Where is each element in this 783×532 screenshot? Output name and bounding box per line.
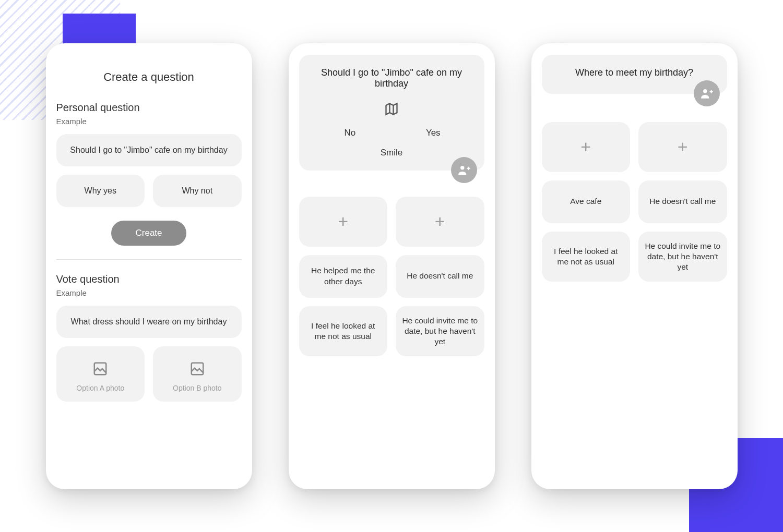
question-text: Where to meet my birthday? <box>551 67 718 78</box>
add-card-b[interactable]: + <box>396 197 484 247</box>
personal-example-question[interactable]: Should I go to "Jimbo" cafe on my birthd… <box>56 134 242 166</box>
vote-example-question[interactable]: What dress should I weare on my birthday <box>56 306 242 338</box>
argument-card[interactable]: He doesn't call me <box>638 180 727 223</box>
question-header-panel: Should I go to "Jimbo" cafe on my birthd… <box>299 55 484 171</box>
argument-card[interactable]: I feel he looked at me not as usual <box>542 232 631 282</box>
image-icon <box>92 361 108 377</box>
person-add-button[interactable] <box>451 157 477 183</box>
section-vote-sub: Example <box>56 288 242 297</box>
vote-photo-b[interactable]: Option B photo <box>153 346 242 402</box>
image-icon <box>189 361 205 377</box>
plus-icon: + <box>435 210 445 233</box>
section-vote-heading: Vote question <box>56 273 242 285</box>
plus-icon: + <box>580 135 591 158</box>
personal-option-why-not[interactable]: Why not <box>153 175 242 207</box>
phone-question-birthday: Where to meet my birthday? + <box>531 43 738 489</box>
create-button[interactable]: Create <box>111 221 186 246</box>
page-title: Create a question <box>56 70 242 84</box>
section-personal-sub: Example <box>56 117 242 126</box>
vote-yes[interactable]: Yes <box>392 128 475 138</box>
svg-point-2 <box>460 165 464 169</box>
person-add-icon <box>457 163 471 177</box>
section-personal-heading: Personal question <box>56 102 242 114</box>
argument-card[interactable]: He helped me the other days <box>299 255 388 298</box>
vote-photo-a-label: Option A photo <box>76 384 124 392</box>
question-text: Should I go to "Jimbo" cafe on my birthd… <box>309 67 475 89</box>
person-add-button[interactable] <box>694 80 720 106</box>
map-icon[interactable] <box>384 102 399 116</box>
phone-create-question: Create a question Personal question Exam… <box>46 43 252 489</box>
argument-card[interactable]: Ave cafe <box>542 180 631 223</box>
person-add-icon <box>700 87 714 100</box>
vote-no[interactable]: No <box>309 128 392 138</box>
svg-point-3 <box>703 89 707 92</box>
vote-smile[interactable]: Smile <box>309 148 475 158</box>
plus-icon: + <box>678 135 688 158</box>
argument-card[interactable]: He could invite me to date, but he haven… <box>638 232 727 282</box>
add-card-a[interactable]: + <box>299 197 388 247</box>
argument-card[interactable]: He doesn't call me <box>396 255 484 298</box>
phone-row: Create a question Personal question Exam… <box>15 22 769 510</box>
add-card-b[interactable]: + <box>638 122 727 172</box>
argument-card[interactable]: He could invite me to date, but he haven… <box>396 306 484 356</box>
section-divider <box>56 259 242 260</box>
personal-option-why-yes[interactable]: Why yes <box>56 175 145 207</box>
argument-card[interactable]: I feel he looked at me not as usual <box>299 306 388 356</box>
question-header-panel: Where to meet my birthday? <box>542 55 727 94</box>
plus-icon: + <box>338 210 348 233</box>
vote-photo-b-label: Option B photo <box>173 384 221 392</box>
phone-question-jimbo: Should I go to "Jimbo" cafe on my birthd… <box>289 43 495 489</box>
vote-photo-a[interactable]: Option A photo <box>56 346 145 402</box>
add-card-a[interactable]: + <box>542 122 631 172</box>
